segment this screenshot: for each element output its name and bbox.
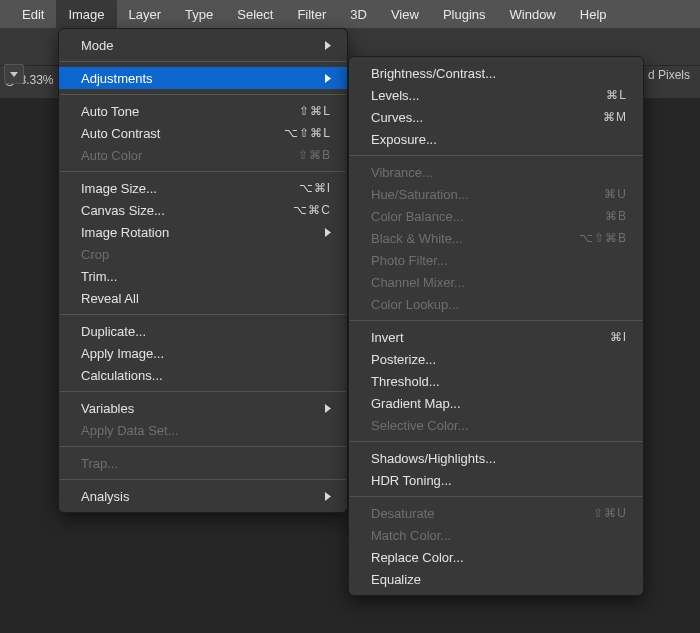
chevron-right-icon bbox=[325, 492, 331, 501]
menu-item-label: Auto Contrast bbox=[81, 126, 284, 141]
menu-item-shortcut: ⌥⌘C bbox=[293, 203, 331, 217]
menu-item-label: Gradient Map... bbox=[371, 396, 627, 411]
menu-item-label: Equalize bbox=[371, 572, 627, 587]
menu-item-label: Duplicate... bbox=[81, 324, 331, 339]
image-menu-item-image-size[interactable]: Image Size...⌥⌘I bbox=[59, 177, 347, 199]
menu-separator bbox=[350, 441, 642, 442]
menu-item-shortcut: ⌥⇧⌘L bbox=[284, 126, 331, 140]
options-bar-fragment: d Pixels bbox=[648, 68, 690, 82]
image-menu-item-calculations[interactable]: Calculations... bbox=[59, 364, 347, 386]
menu-item-label: Threshold... bbox=[371, 374, 627, 389]
image-menu-item-reveal-all[interactable]: Reveal All bbox=[59, 287, 347, 309]
menubar-item-help[interactable]: Help bbox=[568, 0, 619, 28]
menu-item-label: Auto Color bbox=[81, 148, 298, 163]
adjustments-menu-item-hdr-toning[interactable]: HDR Toning... bbox=[349, 469, 643, 491]
adjustments-menu-item-curves[interactable]: Curves...⌘M bbox=[349, 106, 643, 128]
chevron-right-icon bbox=[325, 74, 331, 83]
menubar-item-3d[interactable]: 3D bbox=[338, 0, 379, 28]
menu-item-label: Auto Tone bbox=[81, 104, 299, 119]
menu-item-label: Curves... bbox=[371, 110, 603, 125]
menu-item-label: Match Color... bbox=[371, 528, 627, 543]
menu-item-label: Crop bbox=[81, 247, 331, 262]
chevron-right-icon bbox=[325, 404, 331, 413]
menubar-item-plugins[interactable]: Plugins bbox=[431, 0, 498, 28]
menu-item-label: Trap... bbox=[81, 456, 331, 471]
adjustments-menu-item-desaturate: Desaturate⇧⌘U bbox=[349, 502, 643, 524]
menubar-item-edit[interactable]: Edit bbox=[10, 0, 56, 28]
menu-item-label: Replace Color... bbox=[371, 550, 627, 565]
menu-separator bbox=[350, 155, 642, 156]
image-menu-item-auto-tone[interactable]: Auto Tone⇧⌘L bbox=[59, 100, 347, 122]
adjustments-menu-item-selective-color: Selective Color... bbox=[349, 414, 643, 436]
image-menu-item-duplicate[interactable]: Duplicate... bbox=[59, 320, 347, 342]
menu-item-label: Black & White... bbox=[371, 231, 579, 246]
chevron-right-icon bbox=[325, 41, 331, 50]
menu-item-label: Image Rotation bbox=[81, 225, 317, 240]
menubar-item-type[interactable]: Type bbox=[173, 0, 225, 28]
menu-item-label: Posterize... bbox=[371, 352, 627, 367]
menu-separator bbox=[60, 61, 346, 62]
menu-separator bbox=[60, 314, 346, 315]
adjustments-menu-item-threshold[interactable]: Threshold... bbox=[349, 370, 643, 392]
menu-item-label: Brightness/Contrast... bbox=[371, 66, 627, 81]
menu-item-label: Shadows/Highlights... bbox=[371, 451, 627, 466]
image-menu-item-image-rotation[interactable]: Image Rotation bbox=[59, 221, 347, 243]
menu-separator bbox=[60, 94, 346, 95]
menubar-item-image[interactable]: Image bbox=[56, 0, 116, 28]
menu-item-label: Selective Color... bbox=[371, 418, 627, 433]
image-menu: ModeAdjustmentsAuto Tone⇧⌘LAuto Contrast… bbox=[58, 28, 348, 513]
menubar-item-layer[interactable]: Layer bbox=[117, 0, 174, 28]
adjustments-menu-item-color-balance: Color Balance...⌘B bbox=[349, 205, 643, 227]
menu-item-shortcut: ⌘M bbox=[603, 110, 627, 124]
image-menu-item-auto-contrast[interactable]: Auto Contrast⌥⇧⌘L bbox=[59, 122, 347, 144]
menubar-item-filter[interactable]: Filter bbox=[285, 0, 338, 28]
menu-item-label: Adjustments bbox=[81, 71, 317, 86]
adjustments-menu-item-equalize[interactable]: Equalize bbox=[349, 568, 643, 590]
adjustments-menu-item-levels[interactable]: Levels...⌘L bbox=[349, 84, 643, 106]
image-menu-item-analysis[interactable]: Analysis bbox=[59, 485, 347, 507]
menu-item-shortcut: ⇧⌘L bbox=[299, 104, 331, 118]
image-menu-item-crop: Crop bbox=[59, 243, 347, 265]
menu-item-label: Reveal All bbox=[81, 291, 331, 306]
image-menu-item-trim[interactable]: Trim... bbox=[59, 265, 347, 287]
menu-item-label: Photo Filter... bbox=[371, 253, 627, 268]
menubar: EditImageLayerTypeSelectFilter3DViewPlug… bbox=[0, 0, 700, 28]
menu-item-shortcut: ⌘L bbox=[606, 88, 627, 102]
menubar-item-view[interactable]: View bbox=[379, 0, 431, 28]
image-menu-item-variables[interactable]: Variables bbox=[59, 397, 347, 419]
adjustments-menu-item-exposure[interactable]: Exposure... bbox=[349, 128, 643, 150]
adjustments-menu-item-hue-saturation: Hue/Saturation...⌘U bbox=[349, 183, 643, 205]
adjustments-menu-item-brightness-contrast[interactable]: Brightness/Contrast... bbox=[349, 62, 643, 84]
menu-separator bbox=[60, 171, 346, 172]
menu-separator bbox=[60, 479, 346, 480]
menu-item-shortcut: ⌥⇧⌘B bbox=[579, 231, 627, 245]
tool-preset-dropdown[interactable] bbox=[4, 64, 24, 84]
adjustments-menu-item-vibrance: Vibrance... bbox=[349, 161, 643, 183]
adjustments-menu-item-gradient-map[interactable]: Gradient Map... bbox=[349, 392, 643, 414]
menu-item-shortcut: ⌥⌘I bbox=[299, 181, 331, 195]
adjustments-menu-item-posterize[interactable]: Posterize... bbox=[349, 348, 643, 370]
menu-item-label: Calculations... bbox=[81, 368, 331, 383]
image-menu-item-auto-color: Auto Color⇧⌘B bbox=[59, 144, 347, 166]
menu-separator bbox=[350, 496, 642, 497]
adjustments-menu-item-shadows-highlights[interactable]: Shadows/Highlights... bbox=[349, 447, 643, 469]
menu-item-label: Levels... bbox=[371, 88, 606, 103]
image-menu-item-canvas-size[interactable]: Canvas Size...⌥⌘C bbox=[59, 199, 347, 221]
adjustments-submenu: Brightness/Contrast...Levels...⌘LCurves.… bbox=[348, 56, 644, 596]
menu-item-shortcut: ⌘B bbox=[605, 209, 627, 223]
menu-separator bbox=[60, 391, 346, 392]
menu-item-label: Desaturate bbox=[371, 506, 593, 521]
adjustments-menu-item-replace-color[interactable]: Replace Color... bbox=[349, 546, 643, 568]
image-menu-item-adjustments[interactable]: Adjustments bbox=[59, 67, 347, 89]
adjustments-menu-item-invert[interactable]: Invert⌘I bbox=[349, 326, 643, 348]
menu-separator bbox=[60, 446, 346, 447]
image-menu-item-mode[interactable]: Mode bbox=[59, 34, 347, 56]
adjustments-menu-item-photo-filter: Photo Filter... bbox=[349, 249, 643, 271]
menubar-item-window[interactable]: Window bbox=[498, 0, 568, 28]
menu-item-label: Color Lookup... bbox=[371, 297, 627, 312]
menu-item-label: Apply Image... bbox=[81, 346, 331, 361]
adjustments-menu-item-color-lookup: Color Lookup... bbox=[349, 293, 643, 315]
menu-item-label: Variables bbox=[81, 401, 317, 416]
menubar-item-select[interactable]: Select bbox=[225, 0, 285, 28]
image-menu-item-apply-image[interactable]: Apply Image... bbox=[59, 342, 347, 364]
